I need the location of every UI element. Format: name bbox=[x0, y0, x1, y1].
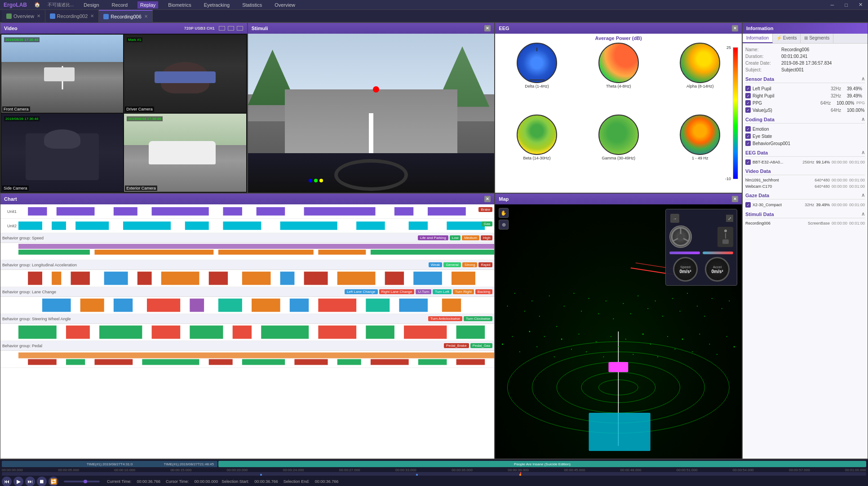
stimuli-panel-title: Stimuli bbox=[252, 26, 368, 31]
prev-frame-btn[interactable]: ⏮ bbox=[2, 477, 12, 486]
eeg-close-btn[interactable]: ✕ bbox=[732, 25, 738, 31]
nav-biometrics[interactable]: Biometrics bbox=[165, 1, 194, 9]
map-zoom-btn[interactable]: ⊕ bbox=[499, 220, 509, 230]
tag-clockwise[interactable]: Turn Clockwise bbox=[464, 316, 492, 321]
nav-eyetracking[interactable]: Eyetracking bbox=[201, 1, 232, 9]
svg-rect-66 bbox=[142, 359, 199, 365]
next-frame-btn[interactable]: ⏭ bbox=[25, 477, 35, 486]
svg-point-96 bbox=[638, 296, 639, 296]
sensor-value-check[interactable]: ✓ bbox=[745, 107, 751, 113]
info-tab-information[interactable]: Information bbox=[743, 34, 773, 43]
tag-turn-left[interactable]: Turn Left bbox=[433, 289, 452, 294]
video-timestamp-3: 2019/08/28 17:36:46 bbox=[4, 116, 40, 121]
window-close[interactable]: ✕ bbox=[859, 2, 863, 8]
tag-pedal-brake[interactable]: Pedal_Brake bbox=[444, 343, 469, 348]
tag-right-lane[interactable]: Right Lane Change bbox=[379, 289, 415, 294]
svg-rect-10 bbox=[52, 221, 66, 230]
svg-point-124 bbox=[633, 354, 634, 355]
playback-controls: ⏮ ▶ ⏭ ⏹ 🔁 bbox=[2, 477, 58, 486]
loop-btn[interactable]: 🔁 bbox=[49, 477, 58, 486]
tag-turn-right[interactable]: Turn Right bbox=[453, 289, 474, 294]
sensor-ppg-check[interactable]: ✓ bbox=[745, 100, 751, 106]
nav-replay[interactable]: Replay bbox=[137, 1, 158, 9]
tab-overview[interactable]: Overview ✕ bbox=[2, 10, 45, 22]
video-layout-2[interactable] bbox=[228, 26, 234, 31]
eeg-chart-title: Average Power (dB) bbox=[497, 35, 740, 41]
info-tab-events[interactable]: ⚡ Events bbox=[773, 34, 801, 43]
nav-design[interactable]: Design bbox=[81, 1, 102, 9]
sensor-expand-btn[interactable]: ∧ bbox=[861, 76, 865, 82]
tab-overview-close[interactable]: ✕ bbox=[37, 13, 40, 18]
sensor-right-pupil-check[interactable]: ✓ bbox=[745, 93, 751, 98]
tab-recording006[interactable]: Recording006 ✕ bbox=[99, 10, 153, 22]
timeline-left-segment: TIME(#1):2019/08/27T4:31:0 TIME(#1):2019… bbox=[2, 461, 217, 467]
svg-rect-44 bbox=[218, 299, 242, 312]
svg-rect-70 bbox=[337, 359, 361, 365]
home-icon[interactable]: 🏠 bbox=[34, 2, 40, 8]
gaze-expand-btn[interactable]: ∧ bbox=[861, 192, 865, 198]
tag-high[interactable]: High bbox=[481, 235, 492, 240]
svg-rect-55 bbox=[190, 326, 223, 339]
nav-statistics[interactable]: Statistics bbox=[239, 1, 265, 9]
chart-track-unit2-label: Unit2 bbox=[0, 224, 18, 228]
nav-record[interactable]: Record bbox=[109, 1, 130, 9]
eeg-device-check[interactable]: ✓ bbox=[745, 159, 751, 165]
coding-eyestate-check[interactable]: ✓ bbox=[745, 133, 751, 139]
tab-recording002-close[interactable]: ✕ bbox=[90, 13, 94, 18]
tab-recording006-close[interactable]: ✕ bbox=[144, 14, 148, 19]
tag-uturn[interactable]: U-Turn bbox=[416, 289, 431, 294]
svg-point-85 bbox=[549, 296, 550, 296]
timeline-scrubber[interactable] bbox=[2, 472, 866, 476]
gaze-device-check[interactable]: ✓ bbox=[745, 202, 751, 208]
coding-behaviorgroup-check[interactable]: ✓ bbox=[745, 141, 751, 146]
tag-backing[interactable]: Backing bbox=[475, 289, 492, 294]
window-minimize[interactable]: ─ bbox=[831, 2, 834, 8]
chart-gas-tag[interactable]: Gas bbox=[482, 221, 493, 226]
play-btn[interactable]: ▶ bbox=[13, 477, 23, 486]
tag-left-lane[interactable]: Left Lane Change bbox=[345, 289, 378, 294]
stop-btn[interactable]: ⏹ bbox=[37, 477, 47, 486]
chart-close-btn[interactable]: ✕ bbox=[484, 196, 491, 202]
map-drag-btn[interactable]: ✋ bbox=[499, 208, 509, 218]
chart-track-pedal-content bbox=[18, 351, 494, 367]
eeg-expand-btn[interactable]: ∧ bbox=[861, 150, 865, 155]
sensor-left-pupil-check[interactable]: ✓ bbox=[745, 86, 751, 91]
tag-life-parking[interactable]: Life and Parking bbox=[418, 235, 448, 240]
tag-strong[interactable]: Strong bbox=[462, 262, 478, 267]
stimuli-expand-btn[interactable]: ∧ bbox=[861, 211, 865, 217]
nav-overview[interactable]: Overview bbox=[272, 1, 298, 9]
tag-medium[interactable]: Medium bbox=[462, 235, 479, 240]
coding-expand-btn[interactable]: ∧ bbox=[861, 116, 865, 122]
accel-label: Accel bbox=[713, 265, 722, 269]
tag-low[interactable]: Low bbox=[450, 235, 461, 240]
playback-speed-slider[interactable] bbox=[64, 481, 100, 482]
video-layout-1[interactable] bbox=[219, 26, 225, 31]
video-layout-grid[interactable] bbox=[237, 26, 243, 31]
tab-recording006-label: Recording006 bbox=[111, 14, 142, 19]
tag-pedal-gas[interactable]: Pedal_Gas bbox=[470, 343, 493, 348]
window-maximize[interactable]: □ bbox=[845, 2, 848, 8]
map-panel-title: Map bbox=[499, 196, 615, 202]
map-close-btn[interactable]: ✕ bbox=[732, 196, 738, 202]
svg-point-120 bbox=[603, 357, 604, 358]
chart-pedal-group-label: Behavior group: Pedal Pedal_Brake Pedal_… bbox=[0, 341, 494, 351]
sensor-ppg: ✓ PPG 64Hz 100.00% PPG bbox=[745, 99, 865, 106]
tag-anti-clockwise[interactable]: Turn Anticlockwise bbox=[428, 316, 462, 321]
chart-brake-tag[interactable]: Brake bbox=[478, 206, 492, 212]
tag-rapid[interactable]: Rapid bbox=[478, 262, 492, 267]
svg-point-116 bbox=[571, 349, 572, 350]
map-nav-arrow[interactable]: → bbox=[670, 214, 679, 223]
svg-rect-37 bbox=[413, 272, 442, 285]
map-expand-btn[interactable]: ⤢ bbox=[726, 215, 733, 222]
info-tab-segments[interactable]: ⊞ Segments bbox=[801, 34, 833, 43]
stimuli-close-btn[interactable]: ✕ bbox=[484, 25, 491, 31]
tag-general[interactable]: General bbox=[443, 262, 461, 267]
video-webcam-t2: 00:01:00 bbox=[849, 184, 865, 189]
svg-rect-19 bbox=[18, 244, 494, 249]
tag-weak[interactable]: Weak bbox=[429, 262, 442, 267]
steering-wheel-display bbox=[669, 225, 692, 248]
tab-recording002[interactable]: Recording002 ✕ bbox=[45, 10, 99, 22]
gaze-device-name: X2-30_Compact bbox=[753, 203, 803, 207]
svg-point-125 bbox=[642, 333, 644, 335]
coding-emotion-check[interactable]: ✓ bbox=[745, 126, 751, 132]
